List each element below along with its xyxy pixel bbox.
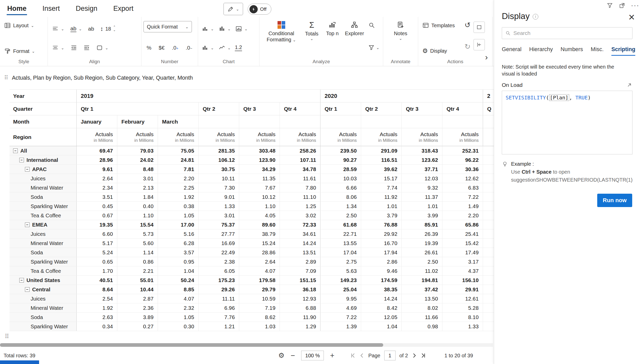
- data-cell[interactable]: 3.99: [401, 211, 442, 220]
- data-cell[interactable]: 61.68: [320, 220, 361, 229]
- data-cell[interactable]: 8.06: [320, 192, 361, 201]
- data-cell[interactable]: 2.36: [117, 303, 158, 312]
- layout-button[interactable]: Layout⌄: [2, 21, 46, 30]
- collapse-icon[interactable]: −: [19, 158, 24, 162]
- tab-design[interactable]: Design: [75, 3, 98, 14]
- data-cell[interactable]: 1.05: [158, 211, 198, 220]
- increase-indent-button[interactable]: [81, 43, 92, 52]
- data-cell[interactable]: 8.02: [401, 303, 442, 312]
- data-cell[interactable]: 37.42: [401, 285, 442, 294]
- data-cell[interactable]: 34.78: [280, 165, 320, 174]
- row-header-cell[interactable]: −Central: [10, 285, 76, 294]
- data-cell[interactable]: 79.03: [117, 146, 158, 155]
- run-now-button[interactable]: Run now: [597, 194, 632, 207]
- data-cell[interactable]: 291.09: [361, 146, 401, 155]
- data-cell[interactable]: [483, 174, 494, 183]
- data-cell[interactable]: 1.05: [158, 313, 198, 322]
- measure-header-cell[interactable]: Actualsin Millions: [401, 128, 442, 146]
- data-cell[interactable]: 3.51: [76, 192, 117, 201]
- data-cell[interactable]: 116.51: [361, 155, 401, 164]
- data-cell[interactable]: 0.38: [158, 202, 198, 211]
- data-cell[interactable]: 11.37: [401, 192, 442, 201]
- undo-button[interactable]: ↺: [465, 22, 470, 29]
- data-cell[interactable]: [483, 192, 494, 201]
- data-cell[interactable]: 5.24: [76, 248, 117, 257]
- search-data-button[interactable]: [368, 22, 379, 30]
- format-button[interactable]: Format⌄: [2, 47, 46, 55]
- totals-button[interactable]: Σ Totals ⌄: [301, 20, 322, 57]
- data-cell[interactable]: 1.84: [117, 192, 158, 201]
- data-cell[interactable]: 1.21: [198, 322, 239, 331]
- row-header-cell[interactable]: Juices: [10, 174, 76, 183]
- data-cell[interactable]: 12.61: [442, 294, 483, 303]
- collapse-icon[interactable]: −: [25, 222, 30, 227]
- data-cell[interactable]: 2.64: [76, 174, 117, 183]
- data-cell[interactable]: 10.44: [117, 285, 158, 294]
- data-cell[interactable]: 1.10: [239, 202, 280, 211]
- month-header-cell[interactable]: [198, 115, 239, 128]
- data-cell[interactable]: 75.37: [198, 220, 239, 229]
- row-header-cell[interactable]: −All: [10, 146, 76, 155]
- data-cell[interactable]: 1.33: [198, 202, 239, 211]
- last-page-button[interactable]: [421, 353, 426, 358]
- data-cell[interactable]: 1.14: [117, 248, 158, 257]
- wrap-text-button[interactable]: ab: [86, 25, 96, 33]
- data-cell[interactable]: 106.12: [198, 155, 239, 164]
- data-cell[interactable]: 8.10: [442, 313, 483, 322]
- data-cell[interactable]: 8.85: [158, 285, 198, 294]
- data-cell[interactable]: 3.17: [442, 257, 483, 266]
- measure-header-cell[interactable]: Actualsin Millions: [442, 128, 483, 146]
- data-cell[interactable]: 0.65: [76, 257, 117, 266]
- data-cell[interactable]: 26.61: [401, 248, 442, 257]
- info-icon[interactable]: i: [533, 14, 538, 20]
- data-cell[interactable]: 1.39: [320, 322, 361, 331]
- data-cell[interactable]: 11.66: [401, 313, 442, 322]
- data-cell[interactable]: 107.11: [280, 155, 320, 164]
- data-cell[interactable]: 17.04: [320, 248, 361, 257]
- data-cell[interactable]: 12.03: [401, 174, 442, 183]
- data-cell[interactable]: 4.07: [158, 294, 198, 303]
- data-cell[interactable]: 7.09: [280, 266, 320, 275]
- data-cell[interactable]: 3.57: [158, 248, 198, 257]
- measure-header-cell[interactable]: Actualsin Millions: [117, 128, 158, 146]
- data-cell[interactable]: 7.30: [198, 183, 239, 192]
- month-header-cell[interactable]: [401, 115, 442, 128]
- data-cell[interactable]: 11.02: [401, 266, 442, 275]
- freeze-pane-button[interactable]: [474, 39, 485, 50]
- data-cell[interactable]: 179.58: [239, 276, 280, 285]
- data-cell[interactable]: 15.54: [117, 220, 158, 229]
- data-cell[interactable]: 2.13: [117, 183, 158, 192]
- row-header-cell[interactable]: Tea & Coffee: [10, 211, 76, 220]
- row-header-cell[interactable]: Sparkling Water: [10, 202, 76, 211]
- data-cell[interactable]: 16.70: [361, 239, 401, 248]
- data-cell[interactable]: 34.61: [280, 229, 320, 238]
- data-cell[interactable]: 4.69: [320, 303, 361, 312]
- measure-header-cell[interactable]: Actualsin Millions: [239, 128, 280, 146]
- data-cell[interactable]: 151.15: [280, 276, 320, 285]
- increase-decimal-button[interactable]: .0+: [170, 44, 180, 51]
- data-cell[interactable]: 29.79: [239, 285, 280, 294]
- data-cell[interactable]: 5.73: [117, 229, 158, 238]
- data-cell[interactable]: 8.42: [361, 303, 401, 312]
- filter-data-button[interactable]: ⌄: [368, 44, 379, 51]
- data-cell[interactable]: 27.77: [198, 229, 239, 238]
- data-cell[interactable]: 28.96: [76, 155, 117, 164]
- data-cell[interactable]: 65.86: [442, 220, 483, 229]
- data-cell[interactable]: 0.67: [76, 211, 117, 220]
- search-box[interactable]: [502, 27, 632, 39]
- decrease-indent-button[interactable]: [68, 43, 79, 52]
- row-header-cell[interactable]: Sparkling Water: [10, 322, 76, 331]
- data-cell[interactable]: 252.31: [442, 146, 483, 155]
- month-header-cell[interactable]: February: [117, 115, 158, 128]
- quarter-header-cell[interactable]: Qtr 3: [239, 102, 280, 115]
- row-header-cell[interactable]: −International: [10, 155, 76, 164]
- data-cell[interactable]: 2.32: [158, 303, 198, 312]
- data-cell[interactable]: [483, 155, 494, 164]
- row-header-cell[interactable]: −APAC: [10, 165, 76, 174]
- data-cell[interactable]: 0.95: [158, 257, 198, 266]
- focus-mode-icon[interactable]: [619, 2, 625, 9]
- data-cell[interactable]: 0.98: [401, 322, 442, 331]
- month-header-cell[interactable]: [442, 115, 483, 128]
- collapse-icon[interactable]: −: [25, 167, 30, 172]
- drag-handle-icon[interactable]: ⠿: [5, 333, 9, 340]
